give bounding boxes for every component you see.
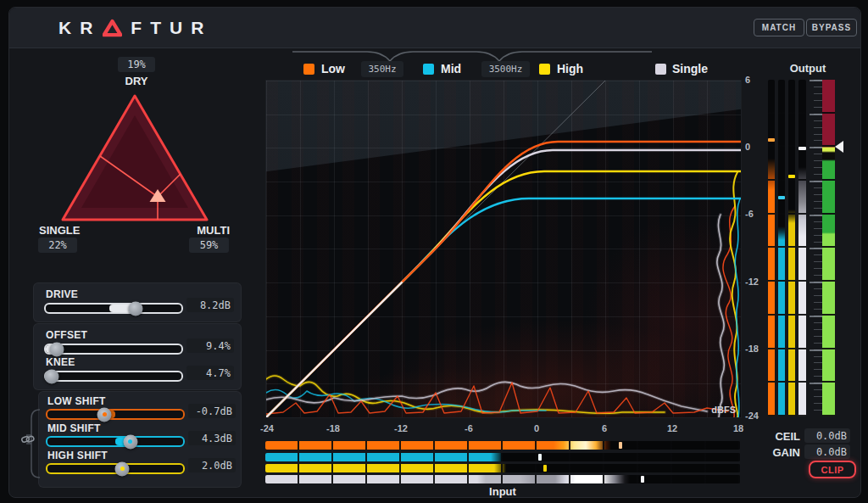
single-label: SINGLE	[39, 224, 80, 237]
high-shift-slider-handle[interactable]	[115, 461, 130, 476]
low-shift-label: LOW SHIFT	[47, 395, 106, 407]
knee-value[interactable]: 4.7%	[186, 366, 234, 380]
high-band-label[interactable]: High	[557, 62, 583, 75]
brand-left: KR	[58, 18, 101, 38]
mid-curve	[266, 198, 741, 417]
drive-panel: DRIVE 8.2dB	[33, 282, 242, 322]
y-tick: -24	[745, 411, 767, 421]
title-bar: KR FTUR MATCH BYPASS	[9, 8, 860, 48]
high-shift-label: HIGH SHIFT	[47, 450, 108, 461]
blend-triangle-control[interactable]	[47, 88, 225, 231]
ceil-value[interactable]: 0.0dB	[804, 428, 850, 443]
x-tick: -6	[465, 423, 473, 433]
high-band-swatch[interactable]	[539, 64, 550, 75]
drive-label: DRIVE	[46, 288, 78, 300]
drive-slider[interactable]	[44, 303, 183, 314]
input-axis-label: Input	[265, 485, 740, 498]
mid-shift-label: MID SHIFT	[47, 422, 101, 434]
multi-label: MULTI	[189, 224, 230, 237]
drive-value[interactable]: 8.2dB	[186, 298, 234, 312]
link-chain-icon[interactable]	[21, 433, 35, 445]
knee-slider-handle[interactable]	[45, 369, 59, 383]
bypass-button[interactable]: BYPASS	[806, 19, 857, 36]
output-level-meter	[822, 80, 835, 416]
mid-high-crossover-value[interactable]: 3500Hz	[481, 61, 530, 77]
low-shift-slider-handle[interactable]	[97, 407, 112, 422]
transfer-curve-graph: dBFS	[265, 80, 742, 418]
gain-label: GAIN	[766, 446, 800, 459]
brand-right: FTUR	[131, 18, 212, 38]
ceil-label: CEIL	[766, 430, 800, 443]
clip-button[interactable]: CLIP	[809, 461, 856, 478]
input-meter-high	[265, 464, 740, 472]
dbfs-unit-label: dBFS	[711, 405, 736, 415]
output-label: Output	[772, 62, 843, 75]
input-meter-single	[265, 475, 740, 483]
single-curve	[266, 150, 741, 417]
offset-slider-handle[interactable]	[49, 342, 64, 356]
low-shift-slider[interactable]	[46, 409, 185, 420]
mid-band-label[interactable]: Mid	[441, 62, 461, 75]
high-shift-slider[interactable]	[46, 463, 185, 474]
x-tick: 12	[667, 423, 677, 433]
mid-shift-slider-handle[interactable]	[123, 434, 137, 449]
brand-logo: KR FTUR	[58, 18, 212, 38]
high-shift-value[interactable]: 2.0dB	[188, 458, 236, 472]
y-tick: 0	[745, 142, 767, 152]
output-meter-low	[768, 80, 775, 416]
x-tick: -24	[260, 423, 274, 433]
mid-shift-value[interactable]: 4.3dB	[188, 431, 236, 445]
dry-value-badge[interactable]: 19%	[118, 57, 155, 72]
gain-value[interactable]: 0.0dB	[804, 444, 850, 459]
knee-label: KNEE	[46, 356, 75, 368]
shift-panel: LOW SHIFT -0.7dB MID SHIFT 4.3dB HIGH SH…	[38, 391, 242, 488]
y-tick: -18	[745, 344, 767, 354]
x-tick: 6	[602, 423, 607, 433]
single-value-badge[interactable]: 22%	[38, 238, 77, 253]
output-meter-high	[788, 80, 795, 416]
x-tick: -18	[326, 423, 340, 433]
drive-slider-handle[interactable]	[128, 301, 142, 316]
mid-band-swatch[interactable]	[423, 64, 434, 75]
low-band-label[interactable]: Low	[321, 62, 345, 75]
offset-slider[interactable]	[44, 344, 183, 355]
mid-shift-slider[interactable]	[46, 436, 185, 447]
offset-label: OFFSET	[46, 329, 87, 341]
low-band-swatch[interactable]	[303, 64, 314, 75]
dry-label: DRY	[9, 75, 264, 87]
x-tick: 0	[534, 423, 539, 433]
brand-triangle-icon	[103, 19, 122, 37]
input-meter-mid	[265, 453, 740, 461]
output-meter-single	[798, 80, 806, 416]
output-meter-mid	[778, 80, 785, 416]
single-band-swatch[interactable]	[655, 64, 666, 75]
plugin-window: KR FTUR MATCH BYPASS 19% DRY SINGLE MULT…	[0, 0, 868, 503]
knee-slider[interactable]	[44, 371, 183, 382]
y-tick: 6	[745, 75, 767, 85]
graph-curves	[266, 81, 741, 417]
x-tick: -12	[394, 423, 408, 433]
offset-value[interactable]: 9.4%	[186, 338, 234, 353]
x-tick: 18	[733, 423, 743, 433]
input-meter-low	[265, 441, 740, 450]
single-band-label[interactable]: Single	[672, 62, 708, 75]
y-tick: -6	[745, 209, 767, 219]
match-button[interactable]: MATCH	[754, 19, 804, 36]
y-tick: -12	[745, 277, 767, 287]
ceiling-marker-arrow[interactable]	[835, 141, 843, 153]
kraftur-app: KR FTUR MATCH BYPASS 19% DRY SINGLE MULT…	[8, 7, 861, 498]
low-shift-value[interactable]: -0.7dB	[188, 404, 236, 418]
blend-triangle-graphic	[47, 88, 225, 231]
multi-value-badge[interactable]: 59%	[189, 238, 229, 253]
offset-knee-panel: OFFSET 9.4% KNEE 4.7%	[33, 323, 242, 390]
low-mid-crossover-value[interactable]: 350Hz	[361, 61, 403, 77]
